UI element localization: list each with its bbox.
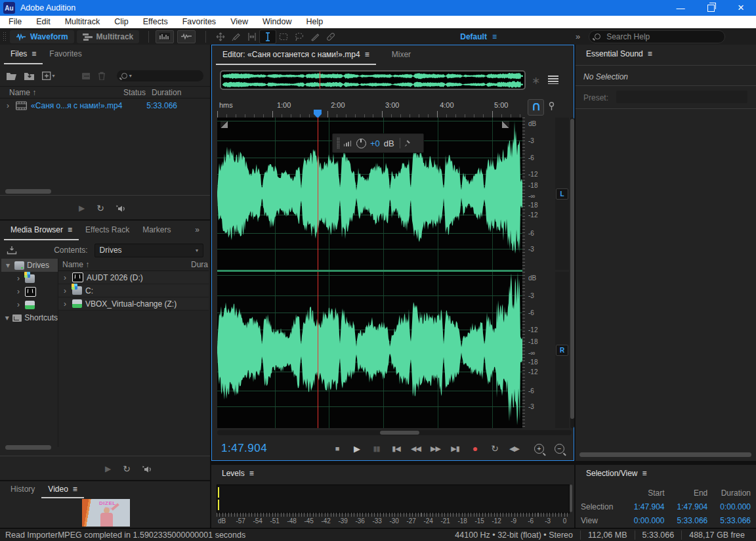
move-tool[interactable] [213, 30, 228, 43]
video-panel-menu-icon[interactable]: ≡ [73, 485, 77, 494]
record-button[interactable]: ● [468, 442, 482, 455]
menu-item-window[interactable]: Window [255, 16, 299, 28]
waveform-display-toggle[interactable] [177, 30, 196, 43]
left-channel-waveform[interactable]: +0 dB [217, 118, 522, 270]
toolbar-overflow-button[interactable]: » [576, 32, 579, 41]
editor-panel-menu-icon[interactable]: ≡ [365, 50, 369, 59]
selection-end[interactable]: 1:47.904 [665, 502, 708, 511]
hud-grip[interactable] [337, 137, 340, 149]
menu-item-effects[interactable]: Effects [136, 16, 175, 28]
rewind-button[interactable]: ◀◀ [409, 442, 423, 455]
speaker-icon[interactable] [116, 204, 127, 213]
preview-play-button[interactable]: ▶ [79, 204, 85, 213]
media-row[interactable]: ›C: [58, 284, 209, 297]
media-col-duration[interactable]: Dura [191, 260, 208, 269]
media-browser-menu-icon[interactable]: ≡ [68, 225, 72, 234]
paintbrush-tool[interactable] [307, 30, 323, 43]
tab-files[interactable]: Files ≡ [4, 45, 43, 64]
overview-strip[interactable] [220, 70, 526, 90]
overview-playhead[interactable] [320, 72, 320, 89]
hud-pin-icon[interactable] [404, 140, 411, 147]
selection-view-menu-icon[interactable]: ≡ [642, 469, 647, 478]
ibeam-selection-tool[interactable] [260, 30, 276, 43]
razor-tool[interactable] [228, 30, 244, 43]
media-preview-play-button[interactable]: ▶ [105, 464, 111, 473]
media-row[interactable]: ›AUDT 2026 (D:) [58, 271, 209, 284]
menu-item-view[interactable]: View [223, 16, 255, 28]
tab-video[interactable]: Video ≡ [41, 481, 84, 498]
playhead-time[interactable]: 1:47.904 [221, 442, 267, 455]
menu-item-file[interactable]: File [1, 16, 29, 28]
display-options-icon[interactable] [548, 76, 558, 84]
preset-dropdown[interactable] [616, 91, 747, 103]
expand-icon[interactable]: › [61, 273, 69, 282]
pause-button[interactable]: ▮▮ [369, 442, 383, 455]
right-channel-waveform[interactable] [217, 272, 522, 428]
shortcuts-expand-icon[interactable]: ▾ [4, 313, 10, 322]
batch-process-icon[interactable] [81, 72, 91, 80]
tab-effects-rack[interactable]: Effects Rack [79, 221, 136, 240]
import-media-icon[interactable] [7, 246, 17, 255]
menu-item-clip[interactable]: Clip [107, 16, 136, 28]
multitrack-mode-button[interactable]: Multitrack [77, 30, 140, 43]
play-button[interactable]: ▶ [350, 442, 364, 455]
tab-selection-view[interactable]: Selection/View ≡ [579, 465, 654, 482]
tab-mixer[interactable]: Mixer [385, 46, 417, 65]
skip-to-start-button[interactable]: ▮◀ [389, 442, 403, 455]
media-row[interactable]: ›VBOX_Virtual-change (Z:) [58, 297, 209, 311]
import-file-icon[interactable] [24, 72, 34, 80]
selection-start[interactable]: 1:47.904 [621, 502, 665, 511]
timeline-ruler[interactable]: hms 1:002:003:004:005:00 [217, 100, 522, 118]
menu-item-multitrack[interactable]: Multitrack [58, 16, 107, 28]
editor-hscrollbar[interactable] [217, 430, 572, 435]
fade-in-handle[interactable] [220, 121, 228, 128]
trash-icon[interactable] [98, 72, 104, 80]
media-loop-button[interactable]: ↻ [123, 464, 131, 474]
essential-sound-menu-icon[interactable]: ≡ [648, 49, 652, 58]
spectral-display-toggle[interactable] [156, 30, 174, 43]
snap-toggle[interactable] [528, 99, 544, 116]
minimize-button[interactable]: — [665, 0, 696, 16]
view-duration[interactable]: 5:33.066 [707, 516, 751, 525]
expand-icon[interactable]: › [14, 274, 22, 283]
new-item-button[interactable]: ▾ [42, 72, 55, 80]
close-button[interactable]: × [726, 0, 756, 16]
waveform-display[interactable]: +0 dB [217, 118, 522, 428]
zoom-options-icon[interactable]: ∗ [532, 74, 540, 87]
workspace-switcher[interactable]: Default ≡ [460, 32, 497, 41]
fast-forward-button[interactable]: ▶▶ [429, 442, 442, 455]
skip-to-end-button[interactable]: ▶▮ [448, 442, 462, 455]
tab-editor[interactable]: Editor: «Саня останется с нами!».mp4 ≡ [216, 46, 376, 65]
right-channel-badge[interactable]: R [556, 345, 568, 356]
tree-item-drive[interactable]: › [1, 298, 58, 311]
levels-panel-menu-icon[interactable]: ≡ [249, 469, 254, 478]
files-panel-menu-icon[interactable]: ≡ [32, 49, 36, 58]
levels-scrollbar[interactable] [570, 485, 572, 512]
expand-icon[interactable]: › [61, 299, 69, 309]
open-file-icon[interactable] [7, 72, 16, 80]
waveform-mode-button[interactable]: Waveform [10, 30, 74, 43]
media-speaker-icon[interactable] [142, 465, 154, 473]
tree-item-drive[interactable]: › [1, 285, 58, 298]
video-thumbnail[interactable]: DIZEL Show [82, 499, 130, 527]
file-row-expand-icon[interactable]: › [4, 101, 12, 110]
spot-healing-tool[interactable] [323, 30, 339, 43]
marker-pin-icon[interactable] [548, 102, 555, 111]
files-search-field[interactable]: ▾ [117, 70, 203, 81]
editor-vscrollbar[interactable] [570, 118, 574, 428]
zoom-in-button[interactable]: + [534, 444, 544, 454]
help-search-input[interactable] [605, 32, 706, 42]
files-col-name[interactable]: Name ↑ [9, 88, 36, 97]
file-row[interactable]: › «Саня о...я с нами!».mp4 5:33.066 [0, 99, 210, 112]
media-col-name[interactable]: Name ↑ [62, 260, 89, 269]
menu-item-favorites[interactable]: Favorites [175, 16, 223, 28]
toolbar-grip[interactable] [3, 32, 6, 42]
fade-out-handle[interactable] [502, 121, 509, 128]
media-tabs-overflow[interactable]: » [188, 221, 206, 240]
tab-markers[interactable]: Markers [136, 221, 177, 240]
menu-item-help[interactable]: Help [299, 16, 330, 28]
help-search[interactable] [589, 30, 725, 43]
contents-dropdown[interactable]: Drives ▾ [94, 244, 203, 257]
time-selection-tool[interactable] [244, 30, 260, 43]
drives-expand-icon[interactable]: ▾ [4, 261, 12, 270]
